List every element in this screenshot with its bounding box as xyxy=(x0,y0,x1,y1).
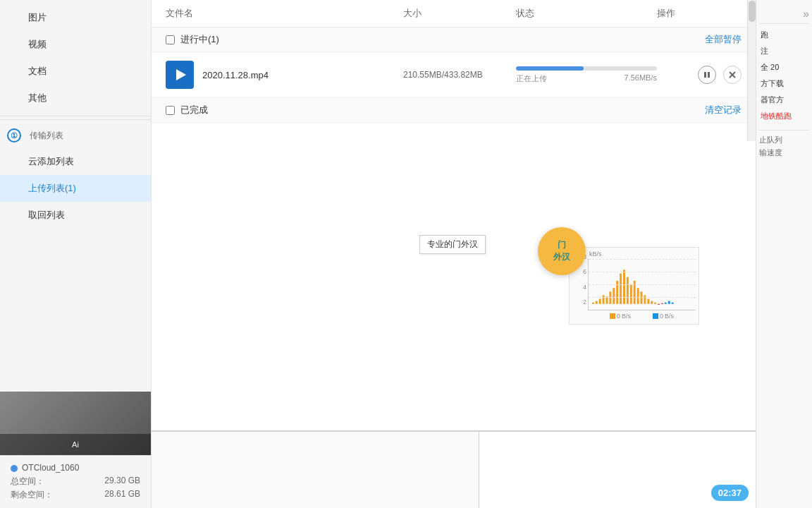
pause-all-button[interactable]: 全部暂停 xyxy=(705,33,742,46)
right-mini-item-2: 注 xyxy=(759,43,809,59)
file-type-icon xyxy=(166,61,194,89)
completed-section: 已完成 清空记录 xyxy=(152,98,756,123)
upload-legend-color xyxy=(610,313,615,319)
play-icon xyxy=(176,69,186,80)
svg-rect-14 xyxy=(627,277,629,304)
sidebar-item-cloud-add[interactable]: 云添加列表 xyxy=(0,148,151,175)
svg-rect-10 xyxy=(613,288,615,304)
free-value: 28.61 GB xyxy=(104,489,140,501)
right-mini-item-3: 全 20 xyxy=(759,59,809,75)
right-mini-item-6: 地铁酷跑 xyxy=(759,108,809,124)
right-mini-header: » xyxy=(759,4,809,24)
header-action: 操作 xyxy=(657,7,742,20)
status-text: 正在上传 7.56MB/s xyxy=(516,73,657,84)
chart-inner: 8 6 4 2 kB/s xyxy=(570,248,699,324)
transfer-section-header[interactable]: ① 传输列表 xyxy=(0,123,151,148)
storage-dot xyxy=(11,465,18,472)
clear-records-button[interactable]: 清空记录 xyxy=(705,104,742,116)
bottom-left-panel xyxy=(152,432,479,508)
in-progress-section: 进行中(1) 全部暂停 xyxy=(152,28,756,52)
svg-rect-9 xyxy=(609,291,611,303)
sidebar: 图片 视频 文档 其他 ① 传输列表 云添加列表 上传列表(1) 取回列表 Ai… xyxy=(0,0,152,508)
svg-rect-26 xyxy=(668,301,670,304)
progress-bar-container xyxy=(516,66,657,71)
file-actions xyxy=(657,66,742,84)
grid-line-4 xyxy=(589,297,696,298)
grid-line-1 xyxy=(589,259,696,260)
total-value: 29.30 GB xyxy=(104,476,140,488)
transfer-section-label: 传输列表 xyxy=(30,130,63,142)
sidebar-item-other[interactable]: 其他 xyxy=(0,85,151,111)
scrollbar-track[interactable] xyxy=(747,0,756,141)
chart-footer: 0 B/s 0 B/s xyxy=(588,310,696,321)
speed-chart: 8 6 4 2 kB/s xyxy=(569,247,699,325)
bottom-bar: 02:37 xyxy=(152,430,756,508)
pause-icon xyxy=(703,71,710,78)
progress-bar-fill xyxy=(516,66,584,71)
upload-speed: 7.56MB/s xyxy=(625,73,657,84)
svg-rect-5 xyxy=(596,301,598,304)
avatar-line2: 外汉 xyxy=(553,251,570,263)
right-mini-item-5: 器官方 xyxy=(759,92,809,108)
preview-label: Ai xyxy=(72,440,79,449)
free-label: 剩余空间： xyxy=(11,489,53,501)
pause-button[interactable] xyxy=(698,66,716,84)
divider-1 xyxy=(0,119,151,120)
sidebar-item-docs[interactable]: 文档 xyxy=(0,58,151,85)
sidebar-bottom: OTCloud_1060 总空间： 29.30 GB 剩余空间： 28.61 G… xyxy=(0,455,151,508)
svg-rect-6 xyxy=(599,299,601,304)
table-row: 2020.11.28.mp4 210.55MB/433.82MB 正在上传 7.… xyxy=(152,52,756,98)
completed-checkbox[interactable] xyxy=(166,106,175,115)
right-mini-panel: » 跑 注 全 20 方下载 器官方 地铁酷跑 止队列 输速度 xyxy=(756,0,812,508)
download-unit: B/s xyxy=(665,313,674,320)
total-label: 总空间： xyxy=(11,476,44,488)
preview-thumbnail: Ai xyxy=(0,392,151,455)
transfer-area: 文件名 大小 状态 操作 进行中(1) 全部暂停 2020.11.28.mp4 … xyxy=(152,0,756,430)
upload-status: 正在上传 xyxy=(516,73,547,84)
right-mini-controls: 止队列 输速度 xyxy=(759,130,809,158)
svg-rect-27 xyxy=(672,303,674,304)
upload-speed-chart: 0 xyxy=(617,313,620,320)
header-filename: 文件名 xyxy=(166,7,403,20)
svg-rect-4 xyxy=(592,303,594,304)
upload-legend: 0 B/s xyxy=(610,313,631,320)
transfer-icon: ① xyxy=(7,128,21,143)
grid-line-2 xyxy=(589,272,696,272)
y-label-6: 6 xyxy=(583,268,586,275)
tooltip-text: 专业的门外汉 xyxy=(427,239,478,249)
header-status: 状态 xyxy=(516,7,657,20)
svg-rect-18 xyxy=(641,291,643,303)
svg-rect-23 xyxy=(658,304,660,305)
scrollbar-thumb[interactable] xyxy=(749,1,756,22)
floating-avatar[interactable]: 门 外汉 xyxy=(538,227,586,275)
cancel-button[interactable] xyxy=(723,66,742,84)
speed-limit-label: 输速度 xyxy=(759,147,809,158)
download-speed-chart: 0 xyxy=(660,313,663,320)
svg-rect-25 xyxy=(665,303,667,304)
expand-icon[interactable]: » xyxy=(803,8,809,20)
account-name: OTCloud_1060 xyxy=(22,463,79,473)
sidebar-item-video[interactable]: 视频 xyxy=(0,31,151,58)
file-status-col: 正在上传 7.56MB/s xyxy=(516,66,657,84)
main-panel: 文件名 大小 状态 操作 进行中(1) 全部暂停 2020.11.28.mp4 … xyxy=(152,0,756,508)
svg-rect-12 xyxy=(620,274,622,304)
y-label-2: 2 xyxy=(583,298,586,306)
sidebar-item-retrieve[interactable]: 取回列表 xyxy=(0,202,151,229)
svg-rect-20 xyxy=(647,299,649,304)
in-progress-label: 进行中(1) xyxy=(180,33,705,46)
floating-tooltip: 专业的门外汉 xyxy=(419,235,486,254)
completed-label: 已完成 xyxy=(180,104,705,116)
download-legend: 0 B/s xyxy=(653,313,674,320)
svg-rect-8 xyxy=(606,296,608,303)
sidebar-item-upload-list[interactable]: 上传列表(1) xyxy=(0,175,151,202)
svg-rect-24 xyxy=(661,303,663,304)
sidebar-item-images[interactable]: 图片 xyxy=(0,4,151,31)
total-storage-row: 总空间： 29.30 GB xyxy=(11,476,140,488)
in-progress-checkbox[interactable] xyxy=(166,35,175,44)
header-size: 大小 xyxy=(403,7,516,20)
chart-bars-area xyxy=(588,259,696,310)
svg-rect-22 xyxy=(654,303,656,304)
file-name: 2020.11.28.mp4 xyxy=(202,70,403,80)
sidebar-nav: 图片 视频 文档 其他 xyxy=(0,0,151,116)
y-unit-label: kB/s xyxy=(588,250,696,258)
